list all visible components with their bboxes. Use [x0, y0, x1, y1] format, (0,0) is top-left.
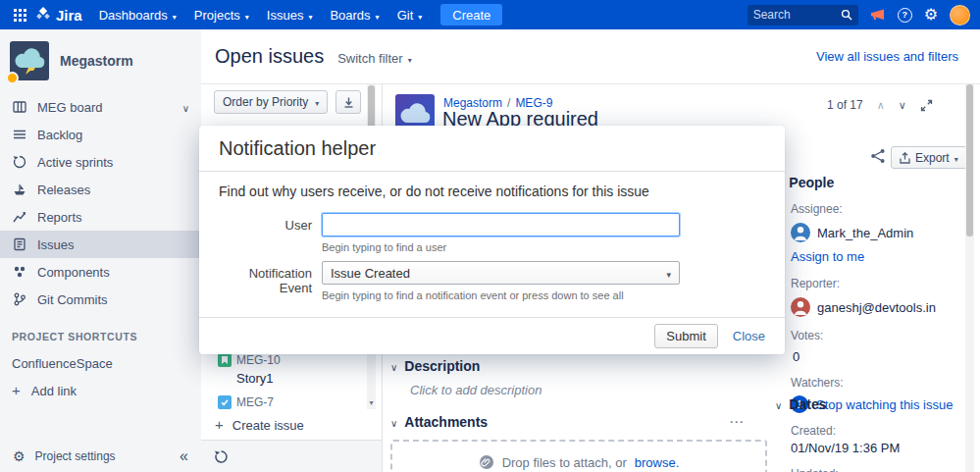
- user-input[interactable]: [322, 213, 680, 236]
- expand-icon: [920, 99, 933, 112]
- chevron-down-icon: [245, 8, 249, 23]
- order-by-button[interactable]: Order by Priority: [214, 90, 328, 114]
- search-icon: [841, 9, 852, 21]
- dates-section-header[interactable]: Dates: [775, 396, 963, 412]
- help-icon[interactable]: [898, 8, 912, 23]
- sidebar-item-label: Backlog: [37, 128, 82, 142]
- settings-gear-icon[interactable]: [924, 7, 938, 23]
- browse-files-link[interactable]: browse.: [635, 455, 680, 470]
- app-grid-icon: [14, 9, 26, 22]
- refresh-button[interactable]: [214, 449, 229, 464]
- app-switcher-button[interactable]: [8, 0, 31, 29]
- sidebar-item-label: MEG board: [37, 100, 102, 115]
- sort-direction-button[interactable]: [335, 90, 361, 114]
- expand-detail-button[interactable]: [920, 99, 933, 112]
- project-settings-gear-icon: [13, 449, 26, 463]
- dialog-header: Notification helper: [199, 126, 785, 172]
- issue-key: MEG-7: [236, 395, 274, 409]
- assignee-name: Mark_the_Admin: [817, 226, 913, 240]
- scrollbar-down-arrow[interactable]: [367, 392, 376, 409]
- chevron-down-icon: [308, 8, 312, 23]
- event-form-row: Notification Event Issue Created Begin t…: [219, 261, 765, 301]
- nav-item-dashboards[interactable]: Dashboards: [90, 0, 185, 29]
- assignee-row[interactable]: Mark_the_Admin: [791, 223, 963, 242]
- create-button[interactable]: Create: [440, 4, 502, 26]
- add-link-button[interactable]: Add link: [0, 378, 201, 403]
- nav-item-git[interactable]: Git: [388, 0, 432, 29]
- share-button[interactable]: [870, 148, 886, 164]
- user-avatar[interactable]: [950, 5, 970, 26]
- attachments-section-header[interactable]: Attachments: [390, 413, 767, 431]
- story-type-icon: [218, 353, 232, 367]
- description-placeholder[interactable]: Click to add description: [410, 383, 767, 397]
- assign-to-me-link[interactable]: Assign to me: [791, 249, 864, 264]
- created-value: 01/Nov/19 1:36 PM: [791, 441, 963, 455]
- issue-list-item-meg-10[interactable]: MEG-10 Story1: [201, 349, 366, 392]
- switch-filter-label: Switch filter: [337, 51, 402, 66]
- attachments-more-menu[interactable]: [729, 413, 767, 431]
- refresh-icon: [214, 449, 229, 464]
- issue-key: MEG-10: [236, 353, 281, 367]
- sidebar-item-confluencespace[interactable]: ConfluenceSpace: [0, 351, 201, 375]
- user-field-hint: Begin typing to find a user: [322, 241, 765, 253]
- nav-item-issues[interactable]: Issues: [258, 0, 322, 29]
- sidebar-item-backlog[interactable]: Backlog: [0, 121, 201, 148]
- nav-item-projects[interactable]: Projects: [185, 0, 258, 29]
- scrollbar-thumb[interactable]: [966, 84, 973, 236]
- close-button[interactable]: Close: [733, 329, 765, 343]
- reports-chart-icon: [12, 210, 26, 225]
- feedback-megaphone-icon[interactable]: [870, 8, 886, 22]
- sidebar-item-issues[interactable]: Issues: [0, 231, 201, 258]
- people-section-header[interactable]: People: [775, 175, 963, 190]
- releases-ship-icon: [12, 183, 26, 197]
- chevron-down-icon: [954, 151, 958, 165]
- project-name: Megastorm: [60, 53, 133, 69]
- project-settings-label[interactable]: Project settings: [35, 449, 116, 463]
- reporter-row[interactable]: ganeshj@devtools.in: [791, 297, 963, 317]
- create-issue-button[interactable]: Create issue: [201, 412, 364, 438]
- event-field-col: Issue Created Begin typing to find a not…: [322, 261, 765, 301]
- export-button[interactable]: Export: [891, 146, 967, 169]
- switch-filter-button[interactable]: Switch filter: [337, 51, 411, 66]
- collapse-sidebar-button[interactable]: [180, 447, 188, 465]
- sidebar-item-reports[interactable]: Reports: [0, 203, 201, 231]
- attachments-dropzone[interactable]: Drop files to attach, or browse.: [390, 440, 767, 472]
- nav-item-boards[interactable]: Boards: [321, 0, 387, 29]
- next-issue-button[interactable]: [899, 99, 906, 112]
- sidebar-item-active-sprints[interactable]: Active sprints: [0, 148, 201, 176]
- view-all-issues-link[interactable]: View all issues and filters: [816, 49, 958, 64]
- people-title: People: [789, 175, 834, 190]
- chevron-down-icon: [408, 51, 412, 66]
- votes-count[interactable]: 0: [793, 349, 963, 364]
- notification-event-select[interactable]: Issue Created: [322, 261, 680, 285]
- page-scrollbar[interactable]: [965, 84, 974, 472]
- sidebar-item-git-commits[interactable]: Git Commits: [0, 286, 201, 313]
- chevron-down-icon: [315, 95, 319, 109]
- jira-logo[interactable]: Jira: [31, 7, 90, 24]
- search-input[interactable]: [753, 8, 841, 22]
- submit-button[interactable]: Submit: [654, 324, 717, 348]
- list-footer: [201, 440, 382, 472]
- chevron-down-icon: [376, 8, 380, 23]
- nav-item-label: Git: [397, 8, 414, 23]
- paperclip-icon: [479, 454, 494, 470]
- dropzone-text: Drop files to attach, or: [502, 455, 627, 470]
- previous-issue-button[interactable]: [877, 99, 885, 112]
- plus-icon: [215, 417, 224, 433]
- sidebar-item-label: Releases: [37, 183, 90, 197]
- sidebar-item-releases[interactable]: Releases: [0, 176, 201, 203]
- components-icon: [12, 265, 26, 280]
- export-icon: [900, 152, 910, 164]
- watchers-label: Watchers:: [791, 376, 963, 390]
- project-shortcuts-header: PROJECT SHORTCUTS: [12, 331, 189, 342]
- description-section-header[interactable]: Description: [390, 358, 767, 374]
- export-label: Export: [915, 151, 950, 165]
- chevron-down-icon: [390, 414, 397, 430]
- sidebar-nav: MEG board Backlog Active sprints Release…: [0, 93, 201, 313]
- sidebar-item-label: Reports: [37, 210, 82, 225]
- sidebar-item-meg-board[interactable]: MEG board: [0, 93, 201, 121]
- description-section: Description Click to add description: [390, 358, 767, 397]
- sidebar-item-components[interactable]: Components: [0, 258, 201, 286]
- notification-event-hint: Begin typing to find a notification even…: [322, 289, 765, 301]
- project-avatar[interactable]: [10, 41, 49, 80]
